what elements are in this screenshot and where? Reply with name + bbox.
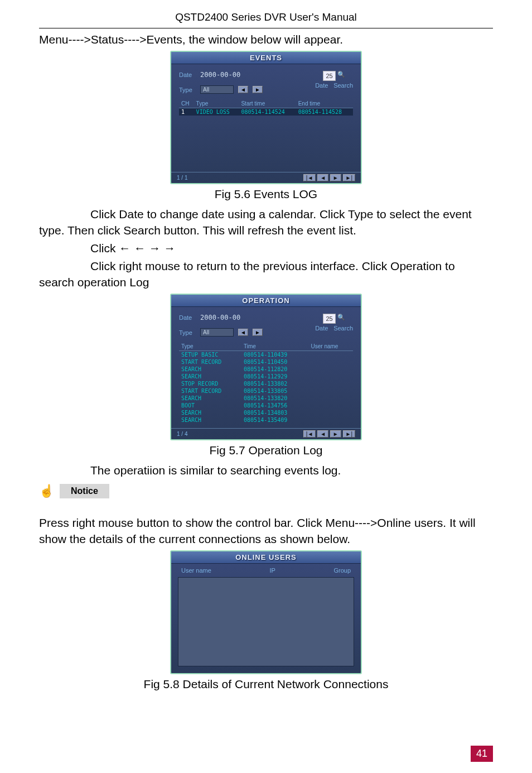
paragraph: The operatiion is similar to searching e… xyxy=(39,463,493,478)
col-type: Type xyxy=(179,342,241,351)
cell-user xyxy=(309,366,353,373)
notice-block: ☝ Notice xyxy=(39,484,493,498)
table-row: START RECORD080514-133805 xyxy=(179,387,353,395)
cell-time: 080514-133805 xyxy=(241,387,308,395)
figure-caption: Fig 5.6 Events LOG xyxy=(39,188,493,201)
search-icon[interactable]: 🔍 xyxy=(337,71,345,81)
cell-type: BOOT xyxy=(179,402,241,409)
table-row: SEARCH080514-112820 xyxy=(179,366,353,373)
pager-text: 1 / 1 xyxy=(177,175,187,181)
cell-user xyxy=(309,358,353,366)
cell-user xyxy=(309,373,353,380)
online-titlebar: ONLINE USERS xyxy=(171,551,361,564)
table-row: STOP RECORD080514-133802 xyxy=(179,380,353,387)
table-row: SEARCH080514-134803 xyxy=(179,409,353,416)
nav-last-icon[interactable]: ►| xyxy=(343,174,356,181)
table-row: 1 VIDEO LOSS 080514-114524 080514-114528 xyxy=(179,108,353,116)
cell-time: 080514-134756 xyxy=(241,402,308,409)
type-label: Type xyxy=(179,87,196,93)
paragraph: Click Date to change date using a calend… xyxy=(39,207,493,238)
table-row: SEARCH080514-135409 xyxy=(179,416,353,424)
table-row: SEARCH080514-133820 xyxy=(179,395,353,402)
cell-time: 080514-112820 xyxy=(241,366,308,373)
nav-first-icon[interactable]: |◄ xyxy=(303,174,316,181)
online-users-window: ONLINE USERS User name IP Group xyxy=(170,550,362,674)
col-ip: IP xyxy=(221,567,324,574)
paragraph: Press right mouse button to show the con… xyxy=(39,515,493,547)
nav-first-icon[interactable]: |◄ xyxy=(303,430,316,438)
table-header-row: CH Type Start time End time xyxy=(179,99,353,108)
notice-label: Notice xyxy=(60,484,109,498)
cell-type: STOP RECORD xyxy=(179,380,241,387)
type-prev-icon[interactable]: ◄ xyxy=(238,329,248,336)
search-button[interactable]: Search xyxy=(333,82,353,89)
type-select[interactable]: All xyxy=(200,85,234,94)
cell-time: 080514-110439 xyxy=(241,351,308,359)
cell-type: SEARCH xyxy=(179,366,241,373)
divider xyxy=(39,28,493,28)
cell-type: SEARCH xyxy=(179,395,241,402)
hand-icon: ☝ xyxy=(39,484,54,498)
paragraph: Click right mouse to return to the previ… xyxy=(39,258,493,290)
cell-user xyxy=(309,387,353,395)
table-row: BOOT080514-134756 xyxy=(179,402,353,409)
nav-path-text: Menu---->Status---->Events, the window b… xyxy=(39,32,493,47)
events-table: CH Type Start time End time 1 VIDEO LOSS… xyxy=(179,99,353,116)
col-user: User name xyxy=(181,567,211,574)
figure-caption: Fig 5.8 Details of Current Network Conne… xyxy=(39,678,493,691)
type-prev-icon[interactable]: ◄ xyxy=(238,86,248,93)
nav-next-icon[interactable]: ► xyxy=(330,174,341,181)
cell-type: SEARCH xyxy=(179,373,241,380)
calendar-icon[interactable]: 25 xyxy=(323,71,335,81)
cell-user xyxy=(309,416,353,424)
table-row: SEARCH080514-112929 xyxy=(179,373,353,380)
type-select[interactable]: All xyxy=(200,328,234,337)
nav-next-icon[interactable]: ► xyxy=(330,430,341,438)
cell-time: 080514-133802 xyxy=(241,380,308,387)
pager-text: 1 / 4 xyxy=(177,431,187,437)
col-time: Time xyxy=(241,342,308,351)
cell-ch: 1 xyxy=(179,108,194,116)
cell-start: 080514-114524 xyxy=(239,108,296,116)
table-row: SETUP BASIC080514-110439 xyxy=(179,351,353,359)
events-window: EVENTS Date 2000-00-00 Type All ◄ ► xyxy=(170,51,362,184)
date-button[interactable]: Date xyxy=(315,325,332,332)
events-titlebar: EVENTS xyxy=(171,52,361,64)
calendar-icon[interactable]: 25 xyxy=(323,314,335,324)
paragraph: Click ← ← → → xyxy=(39,241,493,256)
manual-header: QSTD2400 Series DVR User's Manual xyxy=(39,11,493,23)
date-value[interactable]: 2000-00-00 xyxy=(200,71,240,79)
nav-last-icon[interactable]: ►| xyxy=(343,430,356,438)
date-button[interactable]: Date xyxy=(315,82,332,89)
cell-type: VIDEO LOSS xyxy=(194,108,239,116)
cell-time: 080514-135409 xyxy=(241,416,308,424)
nav-prev-icon[interactable]: ◄ xyxy=(317,430,328,438)
type-next-icon[interactable]: ► xyxy=(253,329,263,336)
cell-type: SETUP BASIC xyxy=(179,351,241,359)
cell-type: SEARCH xyxy=(179,409,241,416)
table-row: START RECORD080514-110450 xyxy=(179,358,353,366)
cell-time: 080514-134803 xyxy=(241,409,308,416)
date-label: Date xyxy=(179,71,196,78)
col-end: End time xyxy=(296,99,353,108)
cell-user xyxy=(309,395,353,402)
operation-titlebar: OPERATION xyxy=(171,295,361,307)
page-number: 41 xyxy=(471,746,493,762)
operation-window: OPERATION Date 2000-00-00 Type All ◄ ► xyxy=(170,294,362,440)
date-value[interactable]: 2000-00-00 xyxy=(200,314,240,321)
col-start: Start time xyxy=(239,99,296,108)
table-header-row: Type Time User name xyxy=(179,342,353,351)
cell-type: START RECORD xyxy=(179,387,241,395)
search-button[interactable]: Search xyxy=(333,325,353,332)
nav-prev-icon[interactable]: ◄ xyxy=(317,174,328,181)
cell-user xyxy=(309,380,353,387)
search-icon[interactable]: 🔍 xyxy=(337,314,345,324)
col-group: Group xyxy=(333,567,351,574)
cell-end: 080514-114528 xyxy=(296,108,353,116)
type-next-icon[interactable]: ► xyxy=(253,86,263,93)
col-type: Type xyxy=(194,99,239,108)
cell-user xyxy=(309,409,353,416)
cell-type: START RECORD xyxy=(179,358,241,366)
figure-caption: Fig 5.7 Operation Log xyxy=(39,444,493,457)
cell-type: SEARCH xyxy=(179,416,241,424)
